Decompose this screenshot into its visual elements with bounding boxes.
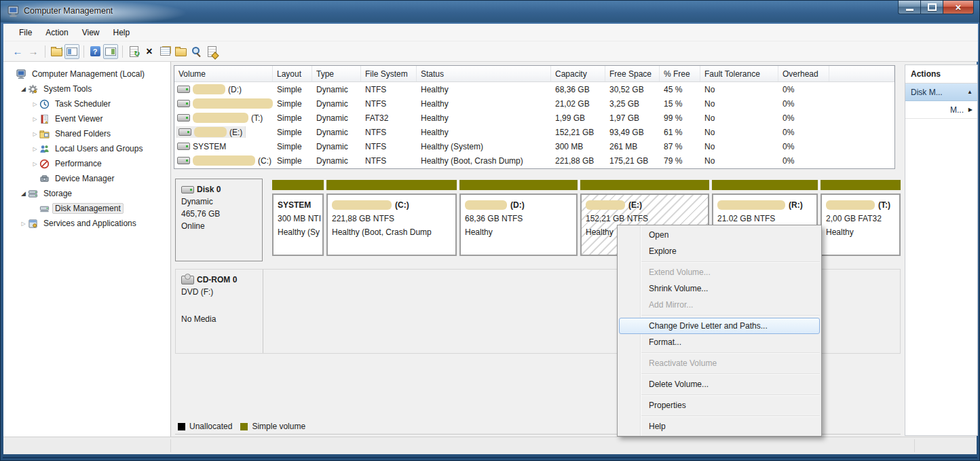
cell-fault-tolerance: No: [700, 142, 778, 151]
toolbar-refresh-button[interactable]: ↻: [126, 44, 141, 59]
volume-row-t[interactable]: (T:)SimpleDynamicFAT32Healthy1,99 GB1,97…: [174, 111, 894, 125]
volume-row-e[interactable]: (E:)SimpleDynamicNTFSHealthy152,21 GB93,…: [174, 125, 894, 139]
disk-0-label[interactable]: Disk 0 Dynamic 465,76 GB Online: [175, 179, 263, 261]
partition-status: Healthy (Sy: [278, 225, 322, 239]
volume-row-system[interactable]: SYSTEMSimpleDynamicNTFSHealthy (System)3…: [174, 139, 894, 153]
partition-c[interactable]: (C:)221,88 GB NTFSHealthy (Boot, Crash D…: [326, 180, 457, 256]
partition-box-t[interactable]: (T:)2,00 GB FAT32Healthy: [821, 193, 901, 256]
cell-status: Healthy (System): [417, 142, 551, 151]
collapse-arrow-icon[interactable]: ◢: [19, 86, 28, 92]
volume-name-cell: (R:): [174, 98, 273, 109]
context-menu-separator: [641, 315, 820, 316]
partition-t[interactable]: (T:)2,00 GB FAT32Healthy: [821, 180, 901, 256]
toolbar-help-button[interactable]: ?: [88, 44, 102, 59]
cell-file-system: FAT32: [361, 113, 417, 123]
column-header-free-space[interactable]: Free Space: [605, 66, 660, 81]
menu-item-help[interactable]: Help: [107, 26, 136, 39]
column-header-layout[interactable]: Layout: [273, 66, 312, 81]
expand-arrow-icon[interactable]: ▷: [19, 221, 28, 227]
toolbar-open-button[interactable]: [173, 44, 188, 59]
context-menu-item-delete-volume[interactable]: Delete Volume...: [618, 376, 821, 392]
column-header-fault-tolerance[interactable]: Fault Tolerance: [700, 66, 778, 81]
tree-item-device-manager[interactable]: Device Manager: [3, 171, 170, 186]
actions-item-m[interactable]: M...▶: [905, 101, 977, 119]
cell-type: Dynamic: [312, 113, 361, 123]
cell-overhead: 0%: [778, 142, 829, 151]
tree-item-computer-management-local[interactable]: Computer Management (Local): [3, 67, 170, 81]
actions-item-disk-m[interactable]: Disk M...▲: [905, 84, 977, 101]
expand-arrow-icon[interactable]: ▷: [31, 146, 39, 152]
menu-item-file[interactable]: File: [13, 26, 38, 39]
partition-system[interactable]: SYSTEM300 MB NTIHealthy (Sy: [272, 180, 324, 256]
column-header-file-system[interactable]: File System: [361, 66, 417, 81]
collapse-arrow-icon[interactable]: ▲: [967, 89, 973, 95]
cell-pct-free: 87 %: [660, 142, 700, 151]
minimize-button[interactable]: [898, 1, 920, 14]
toolbar-show-console-tree-button[interactable]: [64, 44, 79, 59]
partition-box-c[interactable]: (C:)221,88 GB NTFSHealthy (Boot, Crash D…: [326, 193, 457, 256]
volume-icon: [177, 157, 190, 164]
toolbar-delete-button[interactable]: ×: [142, 44, 157, 59]
collapse-arrow-icon[interactable]: ◢: [19, 190, 28, 197]
volume-row-c[interactable]: (C:)SimpleDynamicNTFSHealthy (Boot, Cras…: [174, 153, 894, 168]
column-header-free[interactable]: % Free: [660, 66, 700, 81]
tree-item-event-viewer[interactable]: ▷Event Viewer: [3, 111, 170, 126]
menu-item-view[interactable]: View: [76, 26, 106, 39]
shared-folders-icon: [39, 129, 52, 139]
tree-item-shared-folders[interactable]: ▷Shared Folders: [3, 126, 170, 141]
tree-item-disk-management[interactable]: Disk Management: [3, 201, 170, 216]
partition-d[interactable]: (D:)68,36 GB NTFSHealthy: [459, 180, 578, 256]
toolbar-back-button[interactable]: ←: [10, 44, 25, 59]
toolbar-find-button[interactable]: [189, 44, 204, 59]
tree-item-system-tools[interactable]: ◢System Tools: [3, 81, 170, 96]
expand-arrow-icon[interactable]: ▷: [31, 131, 39, 137]
context-menu-item-open[interactable]: Open: [618, 227, 821, 243]
context-menu-item-properties[interactable]: Properties: [618, 397, 821, 413]
toolbar-properties-button[interactable]: [157, 44, 172, 59]
column-header-overhead[interactable]: Overhead: [778, 66, 829, 81]
partition-letter: (T:): [878, 200, 890, 210]
expand-right-arrow-icon[interactable]: ▶: [968, 107, 973, 113]
find-icon: [191, 46, 202, 56]
cell-free-space: 1,97 GB: [605, 113, 660, 123]
selected-volume: (E:): [177, 126, 245, 138]
close-button[interactable]: ×: [943, 1, 974, 14]
context-menu-item-change-drive-letter-and-paths[interactable]: Change Drive Letter and Paths...: [619, 318, 820, 334]
unallocated-swatch: [178, 423, 185, 430]
redacted-partition-name: [465, 200, 507, 210]
cdrom-0-label[interactable]: CD-ROM 0 DVD (F:) No Media: [176, 270, 263, 353]
expand-arrow-icon[interactable]: ▷: [31, 116, 39, 122]
app-icon: [7, 5, 20, 18]
column-header-capacity[interactable]: Capacity: [551, 66, 605, 81]
context-menu-item-format[interactable]: Format...: [618, 334, 821, 350]
manage-icon: [208, 46, 216, 57]
maximize-button[interactable]: [920, 1, 943, 14]
expand-arrow-icon[interactable]: ▷: [31, 101, 39, 107]
tree-item-task-scheduler[interactable]: ▷Task Scheduler: [3, 96, 170, 111]
menu-item-action[interactable]: Action: [39, 26, 74, 39]
volume-row-d[interactable]: (D:)SimpleDynamicNTFSHealthy68,36 GB30,5…: [174, 82, 894, 96]
column-header-volume[interactable]: Volume: [174, 66, 273, 81]
partition-color-bar: [326, 180, 457, 190]
refresh-icon: ↻: [130, 46, 138, 57]
toolbar-separator: [83, 45, 84, 58]
context-menu-item-help[interactable]: Help: [618, 418, 821, 435]
toolbar-up-one-level-button[interactable]: ↑: [49, 44, 64, 59]
tree-item-local-users-and-groups[interactable]: ▷Local Users and Groups: [3, 141, 170, 156]
legend-label: Simple volume: [252, 422, 305, 431]
tree-item-performance[interactable]: ▷Performance: [3, 156, 170, 171]
partition-box-d[interactable]: (D:)68,36 GB NTFSHealthy: [459, 193, 578, 256]
toolbar-show-action-pane-button[interactable]: [103, 44, 118, 59]
tree-item-storage[interactable]: ◢Storage: [3, 186, 170, 201]
partition-box-system[interactable]: SYSTEM300 MB NTIHealthy (Sy: [272, 193, 324, 256]
context-menu-item-explore[interactable]: Explore: [618, 243, 821, 259]
toolbar-forward-button[interactable]: →: [26, 44, 41, 59]
maximize-icon: [928, 3, 937, 11]
column-header-type[interactable]: Type: [312, 66, 361, 81]
context-menu-item-shrink-volume[interactable]: Shrink Volume...: [618, 280, 821, 297]
column-header-status[interactable]: Status: [417, 66, 551, 81]
tree-item-services-and-applications[interactable]: ▷Services and Applications: [3, 216, 170, 231]
expand-arrow-icon[interactable]: ▷: [31, 161, 39, 167]
volume-row-r[interactable]: (R:)SimpleDynamicNTFSHealthy21,02 GB3,25…: [174, 96, 894, 111]
toolbar-manage-button[interactable]: [204, 44, 219, 59]
